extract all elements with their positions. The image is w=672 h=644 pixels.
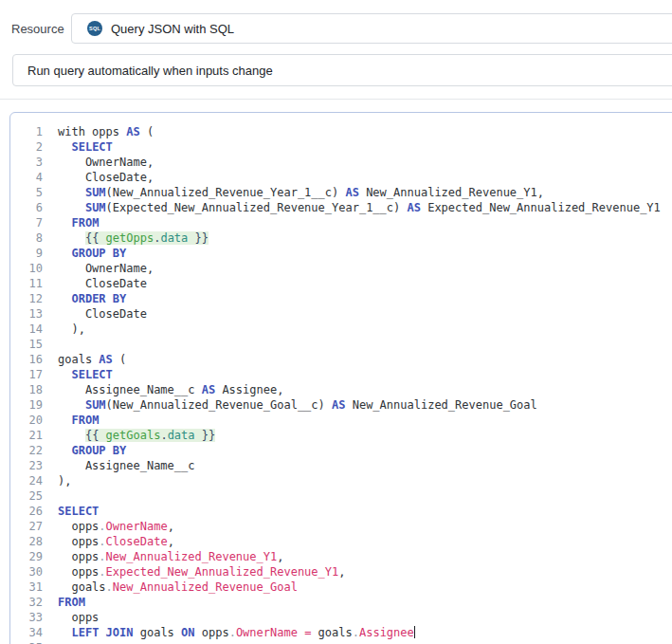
code-line[interactable]: 13 CloseDate xyxy=(10,306,672,322)
code-line[interactable]: 8 {{ getOpps.data }} xyxy=(10,230,672,246)
run-behavior-select[interactable]: Run query automatically when inputs chan… xyxy=(12,54,672,86)
line-number: 19 xyxy=(10,397,43,413)
code-line[interactable]: 21 {{ getGoals.data }} xyxy=(10,428,672,443)
code-line[interactable]: 30 opps.Expected_New_Annualized_Revenue_… xyxy=(10,564,672,580)
code-line[interactable]: 32FROM xyxy=(10,595,672,610)
code-line[interactable]: 7 FROM xyxy=(10,215,672,230)
resource-selected-value: Query JSON with SQL xyxy=(111,22,234,36)
code-text: FROM xyxy=(58,215,99,230)
code-line[interactable]: 14 ), xyxy=(10,322,672,337)
run-behavior-selected-value: Run query automatically when inputs chan… xyxy=(27,64,273,78)
code-line[interactable]: 11 CloseDate xyxy=(10,276,672,291)
code-text: ), xyxy=(58,322,85,337)
line-number: 34 xyxy=(10,625,43,640)
code-line[interactable]: 9 GROUP BY xyxy=(10,246,672,261)
line-number: 35 xyxy=(10,640,43,644)
code-line[interactable]: 6 SUM(Expected_New_Annualized_Revenue_Ye… xyxy=(10,200,672,215)
code-text: opps.CloseDate, xyxy=(58,534,174,549)
line-number: 28 xyxy=(10,534,43,549)
code-line[interactable]: 16goals AS ( xyxy=(10,352,672,367)
line-number: 10 xyxy=(10,261,43,276)
line-number: 32 xyxy=(10,595,43,610)
code-line[interactable]: 15 xyxy=(10,337,672,352)
code-line[interactable]: 24), xyxy=(10,473,672,488)
code-text: {{ getOpps.data }} xyxy=(58,230,209,246)
line-number: 18 xyxy=(10,382,43,397)
code-text: SELECT xyxy=(58,139,113,155)
code-line[interactable]: 23 Assignee_Name__c xyxy=(10,458,672,473)
line-number: 4 xyxy=(10,170,43,185)
code-text: OwnerName, xyxy=(58,155,154,170)
line-number: 30 xyxy=(10,564,43,580)
line-number: 21 xyxy=(10,428,43,443)
text-cursor xyxy=(414,626,416,638)
sql-badge-icon: SQL xyxy=(87,21,102,36)
code-line[interactable]: 12 ORDER BY xyxy=(10,291,672,306)
code-text: opps.OwnerName, xyxy=(58,519,174,534)
line-number: 25 xyxy=(10,488,43,504)
code-text: FROM xyxy=(58,413,99,428)
code-text: FROM xyxy=(58,595,85,610)
code-text: with opps AS ( xyxy=(58,124,154,139)
line-number: 5 xyxy=(10,185,43,200)
code-editor-lines: 1with opps AS (2 SELECT3 OwnerName,4 Clo… xyxy=(10,124,672,644)
line-number: 17 xyxy=(10,367,43,382)
line-number: 24 xyxy=(10,473,43,488)
line-number: 12 xyxy=(10,291,43,306)
line-number: 22 xyxy=(10,443,43,458)
code-text: ORDER BY xyxy=(58,291,126,306)
code-line[interactable]: 20 FROM xyxy=(10,413,672,428)
line-number: 23 xyxy=(10,458,43,473)
code-text: opps.Expected_New_Annualized_Revenue_Y1, xyxy=(58,564,345,580)
resource-label: Resource xyxy=(11,22,64,36)
code-text: CloseDate xyxy=(58,306,147,322)
line-number: 15 xyxy=(10,337,43,352)
resource-select[interactable]: SQL Query JSON with SQL xyxy=(71,13,672,44)
code-text: CloseDate xyxy=(58,276,147,291)
code-text: {{ getGoals.data }} xyxy=(58,428,215,443)
code-line[interactable]: 1with opps AS ( xyxy=(10,124,672,139)
line-number: 29 xyxy=(10,549,43,564)
line-number: 14 xyxy=(10,322,43,337)
code-text: Assignee_Name__c AS Assignee, xyxy=(58,382,283,397)
code-line[interactable]: 35 xyxy=(10,640,672,644)
code-line[interactable]: 34 LEFT JOIN goals ON opps.OwnerName = g… xyxy=(10,625,672,640)
code-line[interactable]: 27 opps.OwnerName, xyxy=(10,519,672,534)
code-text: goals.New_Annualized_Revenue_Goal xyxy=(58,580,298,595)
line-number: 16 xyxy=(10,352,43,367)
code-line[interactable]: 10 OwnerName, xyxy=(10,261,672,276)
sql-code-editor[interactable]: 1with opps AS (2 SELECT3 OwnerName,4 Clo… xyxy=(9,112,672,644)
code-line[interactable]: 28 opps.CloseDate, xyxy=(10,534,672,549)
code-line[interactable]: 22 GROUP BY xyxy=(10,443,672,458)
code-text: ), xyxy=(58,473,71,488)
code-line[interactable]: 29 opps.New_Annualized_Revenue_Y1, xyxy=(10,549,672,564)
code-line[interactable]: 18 Assignee_Name__c AS Assignee, xyxy=(10,382,672,397)
line-number: 31 xyxy=(10,580,43,595)
line-number: 13 xyxy=(10,306,43,322)
code-line[interactable]: 33 opps xyxy=(10,610,672,625)
line-number: 3 xyxy=(10,155,43,170)
code-line[interactable]: 31 goals.New_Annualized_Revenue_Goal xyxy=(10,580,672,595)
code-line[interactable]: 25 xyxy=(10,488,672,504)
code-text: Assignee_Name__c xyxy=(58,458,195,473)
line-number: 27 xyxy=(10,519,43,534)
code-text: OwnerName, xyxy=(58,261,154,276)
code-text: CloseDate, xyxy=(58,170,154,185)
code-line[interactable]: 4 CloseDate, xyxy=(10,170,672,185)
line-number: 26 xyxy=(10,504,43,519)
code-text: SUM(New_Annualized_Revenue_Year_1__c) AS… xyxy=(58,185,544,200)
line-number: 1 xyxy=(10,124,43,139)
code-line[interactable]: 26SELECT xyxy=(10,504,672,519)
code-line[interactable]: 3 OwnerName, xyxy=(10,155,672,170)
line-number: 33 xyxy=(10,610,43,625)
code-line[interactable]: 19 SUM(New_Annualized_Revenue_Goal__c) A… xyxy=(10,397,672,413)
code-line[interactable]: 5 SUM(New_Annualized_Revenue_Year_1__c) … xyxy=(10,185,672,200)
line-number: 9 xyxy=(10,246,43,261)
code-text: GROUP BY xyxy=(58,443,126,458)
code-line[interactable]: 2 SELECT xyxy=(10,139,672,155)
code-text: GROUP BY xyxy=(58,246,126,261)
line-number: 7 xyxy=(10,215,43,230)
code-text: goals AS ( xyxy=(58,352,126,367)
code-text: opps xyxy=(58,610,99,625)
code-line[interactable]: 17 SELECT xyxy=(10,367,672,382)
